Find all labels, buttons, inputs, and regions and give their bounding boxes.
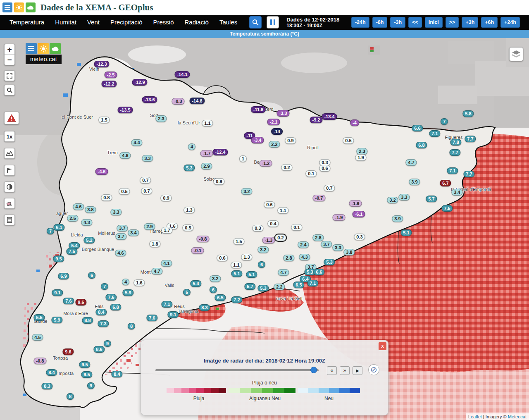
- station-badge[interactable]: 5.1: [246, 271, 257, 278]
- station-badge[interactable]: 0.3: [252, 225, 263, 231]
- radar-play-button[interactable]: ▶: [353, 366, 362, 375]
- station-badge[interactable]: 9.1: [52, 289, 63, 296]
- meteocat-logo[interactable]: meteo.cat: [26, 43, 62, 64]
- station-badge[interactable]: -1.9: [333, 214, 346, 221]
- station-badge[interactable]: 9: [104, 340, 111, 347]
- station-badge[interactable]: 4: [122, 279, 129, 285]
- station-badge[interactable]: 0.2: [275, 234, 286, 241]
- station-badge[interactable]: 0.5: [343, 137, 354, 144]
- time-button-3h[interactable]: -3h: [390, 17, 405, 28]
- station-badge[interactable]: 6: [258, 261, 265, 268]
- station-badge[interactable]: 7.8: [450, 139, 461, 146]
- station-badge[interactable]: 0.7: [324, 185, 335, 191]
- close-icon[interactable]: x: [379, 342, 386, 350]
- station-badge[interactable]: 3.7: [321, 241, 332, 248]
- station-badge[interactable]: 6.5: [214, 294, 226, 301]
- station-badge[interactable]: 8.4: [95, 309, 107, 315]
- station-badge[interactable]: -12.3: [94, 61, 109, 67]
- map-canvas[interactable]: el Pont de SuerVielhSortla Seu d'UrPuigc…: [0, 38, 529, 420]
- station-badge[interactable]: 5.7: [244, 283, 255, 290]
- time-button-Inici[interactable]: Inici: [425, 17, 443, 28]
- station-badge[interactable]: 3.8: [85, 206, 96, 213]
- station-badge[interactable]: -4: [350, 119, 359, 126]
- station-badge[interactable]: -0.1: [191, 247, 204, 254]
- station-badge[interactable]: -12.9: [132, 79, 147, 86]
- contrast-button[interactable]: [4, 181, 15, 192]
- station-badge[interactable]: 3.8: [343, 249, 355, 255]
- station-badge[interactable]: 9.6: [62, 348, 74, 355]
- station-badge[interactable]: -11.8: [251, 106, 266, 113]
- station-badge[interactable]: 7: [101, 283, 108, 290]
- station-badge[interactable]: 5: [183, 289, 191, 296]
- station-badge[interactable]: 7.7: [449, 149, 460, 156]
- station-badge[interactable]: 4: [188, 143, 195, 150]
- station-badge[interactable]: 2.2: [274, 284, 285, 290]
- station-badge[interactable]: 7.6: [105, 294, 117, 301]
- station-badge[interactable]: -6.1: [353, 211, 365, 217]
- station-badge[interactable]: 5.2: [83, 237, 95, 243]
- station-badge[interactable]: 2.4: [298, 241, 309, 248]
- station-badge[interactable]: 3.3: [142, 155, 153, 162]
- station-badge[interactable]: 5.4: [190, 280, 201, 287]
- station-badge[interactable]: 1.5: [233, 238, 244, 245]
- map-search-button[interactable]: [4, 85, 15, 95]
- station-badge[interactable]: 0.7: [140, 177, 151, 184]
- station-badge[interactable]: 2.9: [144, 223, 155, 230]
- radar-slider-handle[interactable]: [310, 367, 317, 373]
- station-badge[interactable]: 3.2: [257, 246, 269, 253]
- station-badge[interactable]: 6.6: [313, 269, 324, 275]
- station-badge[interactable]: -13.5: [117, 107, 133, 113]
- station-badge[interactable]: 5.9: [51, 317, 62, 323]
- station-badge[interactable]: -0.7: [313, 195, 326, 201]
- station-badge[interactable]: 4.3: [299, 254, 310, 260]
- station-badge[interactable]: 0.2: [281, 164, 292, 171]
- station-badge[interactable]: 6.8: [416, 142, 427, 148]
- station-badge[interactable]: 1: [239, 155, 247, 162]
- station-badge[interactable]: -12.4: [212, 149, 228, 155]
- station-badge[interactable]: 0.4: [267, 220, 279, 227]
- station-badge[interactable]: 7: [47, 228, 54, 234]
- station-badge[interactable]: 9.6: [75, 299, 86, 305]
- station-badge[interactable]: 4.8: [119, 152, 131, 159]
- station-badge[interactable]: 3.2: [241, 188, 252, 195]
- radar-slider[interactable]: [155, 369, 319, 371]
- station-badge[interactable]: -1.9: [349, 200, 362, 207]
- station-badge[interactable]: -12.2: [101, 81, 117, 87]
- station-badge[interactable]: 4.3: [81, 219, 92, 226]
- station-badge[interactable]: -4.6: [95, 168, 108, 175]
- station-badge[interactable]: 2.9: [201, 163, 212, 169]
- station-badge[interactable]: 0.3: [354, 234, 365, 240]
- station-badge[interactable]: 8.4: [46, 369, 57, 376]
- station-badge[interactable]: 3.9: [409, 179, 420, 185]
- zoom-in-button[interactable]: +: [5, 44, 14, 55]
- station-badge[interactable]: 5.7: [426, 196, 437, 202]
- station-badge[interactable]: 3.4: [128, 229, 139, 236]
- zoom-out-button[interactable]: −: [5, 55, 14, 65]
- station-badge[interactable]: 3.9: [392, 215, 403, 222]
- station-badge[interactable]: 7.6: [63, 298, 74, 304]
- eraser-button[interactable]: [4, 198, 15, 209]
- station-badge[interactable]: 3.4: [451, 189, 462, 196]
- station-badge[interactable]: 9.1: [167, 311, 179, 318]
- warnings-button[interactable]: [4, 112, 19, 124]
- station-badge[interactable]: -13.6: [142, 96, 157, 103]
- station-badge[interactable]: -3.3: [277, 110, 290, 117]
- station-badge[interactable]: 5.3: [257, 285, 269, 291]
- station-badge[interactable]: -13.4: [322, 113, 337, 120]
- station-badge[interactable]: -2.1: [267, 119, 280, 125]
- station-badge[interactable]: 0.9: [285, 137, 296, 144]
- station-badge[interactable]: 2.5: [67, 215, 78, 222]
- leaflet-link[interactable]: Leaflet: [468, 414, 482, 419]
- station-badge[interactable]: -1.7: [200, 150, 213, 157]
- station-badge[interactable]: 3.7: [117, 225, 128, 231]
- logo-menu-icon[interactable]: [26, 43, 37, 54]
- station-badge[interactable]: 3.3: [110, 209, 122, 215]
- station-badge[interactable]: 6.1: [53, 224, 64, 231]
- station-badge[interactable]: 4.7: [151, 268, 162, 274]
- station-badge[interactable]: 6.5: [293, 282, 304, 288]
- station-badge[interactable]: 1.1: [202, 120, 213, 126]
- station-badge[interactable]: -14: [271, 128, 283, 135]
- station-badge[interactable]: 1.3: [183, 207, 195, 213]
- terrain-profile-button[interactable]: [4, 148, 15, 159]
- station-badge[interactable]: -0.3: [172, 98, 185, 105]
